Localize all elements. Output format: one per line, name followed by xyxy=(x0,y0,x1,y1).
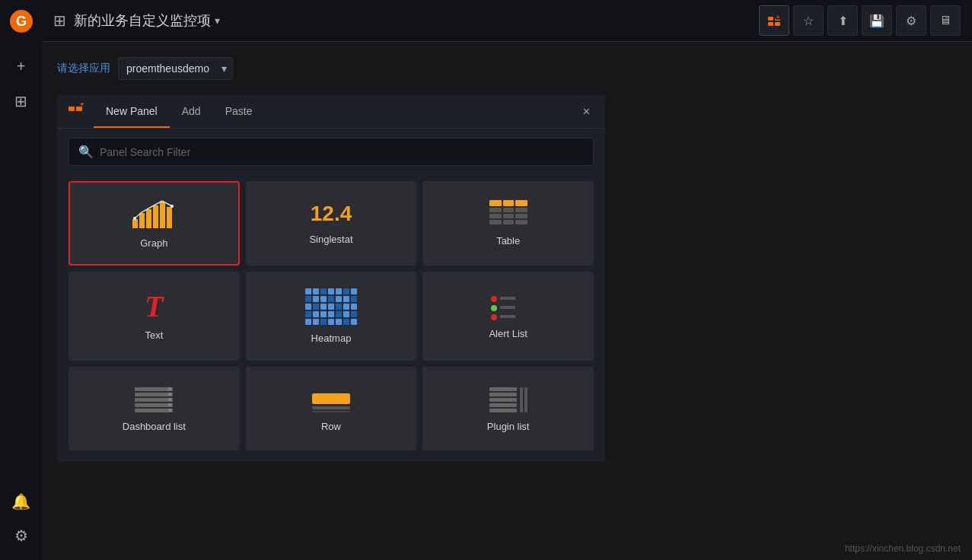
svg-rect-19 xyxy=(489,200,502,206)
dashboard-title: 新的业务自定义监控项 xyxy=(74,11,211,30)
search-input[interactable] xyxy=(100,146,584,158)
svg-rect-49 xyxy=(312,411,350,412)
main-content: ⊞ 新的业务自定义监控项 ▾ + ☆ ⬆ 💾 xyxy=(42,0,972,560)
svg-rect-20 xyxy=(503,200,514,206)
svg-rect-5 xyxy=(775,22,780,26)
svg-point-18 xyxy=(170,205,174,208)
panel-item-singlestat-label: Singlestat xyxy=(309,234,352,245)
dashboard-list-icon xyxy=(135,386,173,413)
row-icon xyxy=(312,386,350,413)
share-button[interactable]: ⬆ xyxy=(827,5,858,36)
add-panel-icon: + xyxy=(767,14,781,27)
panel-item-table-label: Table xyxy=(496,235,520,247)
panel-item-plugin-list-label: Plugin list xyxy=(487,421,530,432)
content-area: 请选择应用 proemtheusdemo + New Panel xyxy=(42,42,972,560)
title-dropdown-arrow[interactable]: ▾ xyxy=(215,14,220,27)
panel-item-text[interactable]: T Text xyxy=(69,272,240,361)
sidebar-item-settings[interactable]: ⚙ xyxy=(0,518,42,552)
panel-tab-icon: + xyxy=(65,95,88,128)
panel-grid: Graph 12.4 Singlestat xyxy=(57,175,605,462)
svg-rect-15 xyxy=(160,202,165,228)
tv-icon: 🖥 xyxy=(939,14,951,27)
svg-rect-38 xyxy=(135,393,173,396)
sidebar: G + ⊞ 🔔 ⚙ xyxy=(0,0,42,560)
save-button[interactable]: 💾 xyxy=(862,5,892,36)
svg-rect-22 xyxy=(489,208,502,212)
settings-button[interactable]: ⚙ xyxy=(896,5,926,36)
tab-add[interactable]: Add xyxy=(170,96,213,128)
svg-rect-24 xyxy=(515,208,527,212)
modal-close-button[interactable]: × xyxy=(575,99,598,125)
panel-item-dashboard-list[interactable]: Dashboard list xyxy=(69,367,240,450)
star-icon: ☆ xyxy=(803,14,814,28)
table-icon xyxy=(489,200,527,228)
panel-item-singlestat[interactable]: 12.4 Singlestat xyxy=(246,181,417,266)
panel-item-table[interactable]: Table xyxy=(422,181,594,266)
svg-rect-40 xyxy=(135,403,173,407)
svg-rect-14 xyxy=(153,205,158,228)
svg-rect-23 xyxy=(503,208,514,212)
sidebar-item-add[interactable]: + xyxy=(0,49,42,84)
svg-rect-56 xyxy=(524,387,527,412)
panel-item-heatmap[interactable]: Heatmap xyxy=(246,272,417,361)
app-select-wrapper[interactable]: proemtheusdemo xyxy=(118,57,233,80)
svg-rect-29 xyxy=(503,220,514,224)
svg-rect-12 xyxy=(139,213,145,228)
graph-icon xyxy=(131,198,177,230)
svg-point-31 xyxy=(491,296,497,302)
svg-point-17 xyxy=(133,217,136,220)
svg-point-32 xyxy=(491,305,497,311)
add-panel-button[interactable]: + xyxy=(759,5,789,36)
svg-rect-35 xyxy=(500,306,515,309)
svg-text:+: + xyxy=(80,103,84,108)
sidebar-item-alert[interactable]: 🔔 xyxy=(0,484,42,518)
svg-rect-50 xyxy=(489,387,517,391)
svg-rect-27 xyxy=(515,214,527,218)
plugin-list-icon xyxy=(489,386,527,413)
panel-search: 🔍 xyxy=(57,129,605,175)
search-bar[interactable]: 🔍 xyxy=(69,138,594,166)
svg-point-42 xyxy=(168,387,171,390)
panel-item-heatmap-label: Heatmap xyxy=(311,332,352,344)
svg-text:G: G xyxy=(15,14,26,29)
panel-item-row-label: Row xyxy=(321,421,341,432)
plus-icon: + xyxy=(17,58,26,75)
svg-rect-39 xyxy=(135,398,173,402)
tab-paste[interactable]: Paste xyxy=(213,96,265,128)
tab-new-panel[interactable]: New Panel xyxy=(94,96,170,128)
svg-rect-16 xyxy=(167,207,172,228)
svg-point-43 xyxy=(168,393,171,396)
svg-text:+: + xyxy=(776,14,780,21)
svg-point-33 xyxy=(491,314,497,320)
panel-item-plugin-list[interactable]: Plugin list xyxy=(422,367,594,450)
svg-rect-11 xyxy=(132,219,138,228)
panel-item-alert-list[interactable]: Alert List xyxy=(422,272,594,361)
svg-rect-51 xyxy=(489,393,517,396)
tv-mode-button[interactable]: 🖥 xyxy=(930,5,961,36)
app-select[interactable]: proemtheusdemo xyxy=(118,57,233,80)
panel-item-row[interactable]: Row xyxy=(246,367,417,450)
sidebar-item-dashboard[interactable]: ⊞ xyxy=(0,84,42,118)
svg-point-45 xyxy=(168,403,171,406)
singlestat-icon: 12.4 xyxy=(311,202,352,226)
svg-rect-54 xyxy=(489,409,517,412)
panel-item-graph[interactable]: Graph xyxy=(69,181,240,266)
search-icon: 🔍 xyxy=(78,145,94,159)
dashboard-grid-icon: ⊞ xyxy=(53,11,66,30)
svg-rect-30 xyxy=(515,220,527,224)
heatmap-icon xyxy=(305,288,357,325)
svg-point-44 xyxy=(168,398,171,401)
topbar-actions: + ☆ ⬆ 💾 ⚙ 🖥 xyxy=(759,5,961,36)
save-icon: 💾 xyxy=(869,14,884,28)
svg-rect-34 xyxy=(500,297,515,300)
panel-item-graph-label: Graph xyxy=(140,237,167,249)
panel-item-dashboard-list-label: Dashboard list xyxy=(123,421,186,432)
star-button[interactable]: ☆ xyxy=(793,5,824,36)
text-icon: T xyxy=(145,291,163,322)
svg-rect-55 xyxy=(520,387,523,412)
panel-item-alert-list-label: Alert List xyxy=(489,328,527,339)
svg-rect-21 xyxy=(515,200,527,206)
grid-icon: ⊞ xyxy=(14,92,27,110)
alert-list-icon xyxy=(489,293,527,320)
svg-rect-36 xyxy=(500,315,515,318)
